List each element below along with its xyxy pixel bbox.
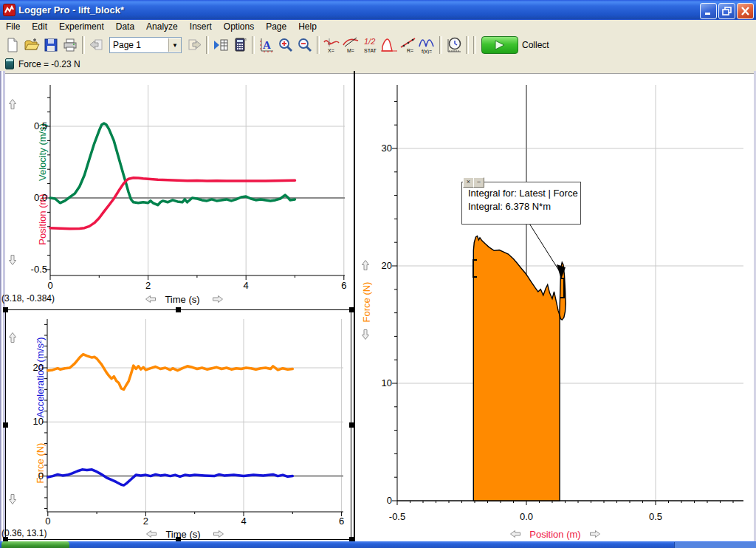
print-button[interactable]: [61, 35, 80, 55]
axis-scroll-up-icon[interactable]: [361, 259, 370, 271]
toolbar-separator: [317, 36, 320, 54]
series-velocity: [50, 123, 295, 205]
integral-annotation-box[interactable]: × − Integral for: Latest | Force Integra…: [461, 182, 581, 225]
data-table-button[interactable]: [211, 35, 230, 55]
save-button[interactable]: [41, 35, 61, 55]
toolbar-separator: [473, 36, 476, 54]
start-button[interactable]: [1, 541, 69, 548]
axis-scroll-left-icon[interactable]: [145, 530, 157, 538]
toolbar-separator: [439, 36, 442, 54]
axis-scroll-up-icon[interactable]: [8, 98, 17, 110]
page-select[interactable]: Page 1 ▼: [109, 37, 182, 53]
taskbar-item[interactable]: [674, 542, 756, 548]
axis-scroll-left-icon[interactable]: [145, 295, 157, 304]
examine-button[interactable]: X=: [322, 35, 341, 55]
axis-scroll-left-icon[interactable]: [509, 530, 521, 538]
axis-scroll-right-icon[interactable]: [213, 530, 224, 538]
annotation-collapse-button[interactable]: −: [473, 177, 484, 188]
toolbar-separator: [466, 36, 469, 54]
autoscale-button[interactable]: A: [257, 35, 276, 55]
axis-scroll-up-icon[interactable]: [8, 332, 17, 343]
data-collection-setup-button[interactable]: [444, 35, 464, 55]
integral-button[interactable]: [379, 35, 399, 55]
x-tick-label: -0.5: [386, 511, 408, 522]
menu-item-page[interactable]: Page: [260, 20, 292, 33]
toolbar-separator: [82, 36, 85, 54]
logger-pro-window: Logger Pro - lift_block* FileEditExperim…: [0, 0, 756, 548]
x-tick-label: 4: [235, 280, 257, 291]
x-tick-label: 2: [137, 280, 159, 291]
curve-fit-button[interactable]: f(x)=: [418, 35, 437, 55]
examine-label: X=: [328, 48, 334, 53]
close-button[interactable]: [737, 3, 754, 19]
stat-frac-glyph: 1/2: [364, 37, 375, 46]
menu-item-help[interactable]: Help: [292, 20, 323, 33]
axis-scroll-down-icon[interactable]: [361, 329, 370, 340]
axis-scroll-down-icon[interactable]: [8, 254, 17, 266]
title-bar[interactable]: Logger Pro - lift_block*: [0, 0, 756, 20]
selection-handle[interactable]: [349, 307, 354, 312]
x-tick-label: 2: [134, 516, 157, 527]
menu-item-edit[interactable]: Edit: [26, 20, 53, 33]
x-tick-label: 0.0: [515, 511, 537, 522]
x-tick-label: 4: [233, 516, 255, 527]
axis-scroll-right-icon[interactable]: [212, 295, 224, 304]
document-area: Velocity (m/s) Position (m) Time (s) (3.…: [0, 71, 756, 541]
y-tick-label: 0: [359, 495, 392, 506]
x-tick-label: 6: [333, 280, 355, 291]
selection-handle[interactable]: [349, 422, 354, 428]
menu-item-experiment[interactable]: Experiment: [53, 20, 110, 33]
restore-button[interactable]: [718, 3, 735, 19]
menu-item-file[interactable]: File: [0, 20, 26, 33]
minimize-button[interactable]: [700, 3, 717, 19]
taskbar[interactable]: [0, 541, 756, 548]
axis-scroll-right-icon[interactable]: [589, 530, 601, 538]
curve-fit-label: f(x)=: [422, 49, 432, 54]
x-tick-label: 6: [331, 516, 353, 527]
tangent-button[interactable]: M=: [341, 35, 360, 55]
annotation-close-button[interactable]: ×: [463, 177, 474, 188]
previous-page-button[interactable]: [87, 35, 106, 55]
menu-item-data[interactable]: Data: [110, 20, 140, 33]
selection-handle[interactable]: [3, 422, 8, 428]
y-tick-label: 30: [359, 143, 392, 154]
menu-item-analyze[interactable]: Analyze: [140, 20, 184, 33]
menu-item-insert[interactable]: Insert: [184, 20, 218, 33]
y-tick-label: 20: [10, 362, 44, 373]
integral-fill-region: [473, 236, 560, 501]
linear-fit-button[interactable]: R=: [399, 35, 418, 55]
next-page-button[interactable]: [185, 35, 204, 55]
open-button[interactable]: [22, 35, 41, 55]
annotation-leader-line: [527, 220, 559, 270]
statistics-button[interactable]: 1/2STAT: [360, 35, 379, 55]
annotation-line1: Integral for: Latest | Force: [468, 187, 580, 200]
window-title: Logger Pro - lift_block*: [18, 4, 124, 16]
x-tick-label: 0: [39, 280, 61, 291]
autoscale-glyph: A: [263, 39, 271, 51]
logger-pro-app-icon: [3, 4, 16, 16]
y-tick-label: 10: [359, 377, 392, 388]
toolbar-separator: [206, 36, 209, 54]
zoom-in-button[interactable]: [276, 35, 295, 55]
chart2-selection-frame[interactable]: [5, 309, 351, 540]
collect-label: Collect: [522, 40, 549, 50]
force-sensor-icon: [5, 58, 14, 69]
chart1-cursor-readout: (3.18, -0.384): [1, 293, 55, 304]
new-document-button[interactable]: [3, 35, 22, 55]
selection-handle[interactable]: [176, 307, 181, 312]
page-left-margin: [0, 71, 5, 541]
zoom-out-button[interactable]: [295, 35, 315, 55]
calculator-button[interactable]: [230, 35, 250, 55]
sensor-status-bar: Force = -0.23 N: [0, 57, 756, 72]
chevron-down-icon[interactable]: ▼: [168, 38, 181, 52]
axis-scroll-down-icon[interactable]: [8, 493, 17, 505]
linear-fit-label: R=: [407, 48, 413, 53]
collect-button[interactable]: [481, 36, 518, 54]
x-tick-label: 0: [37, 516, 59, 527]
menu-item-options[interactable]: Options: [218, 20, 260, 33]
selection-handle[interactable]: [3, 307, 8, 312]
chart3-force-axis-label: Force (N): [361, 282, 372, 323]
y-tick-label: 10: [10, 416, 44, 427]
page-select-value: Page 1: [110, 40, 168, 50]
toolbar: Page 1 ▼ A X= M= 1/2STAT R= f(x)= Collec…: [0, 33, 756, 57]
